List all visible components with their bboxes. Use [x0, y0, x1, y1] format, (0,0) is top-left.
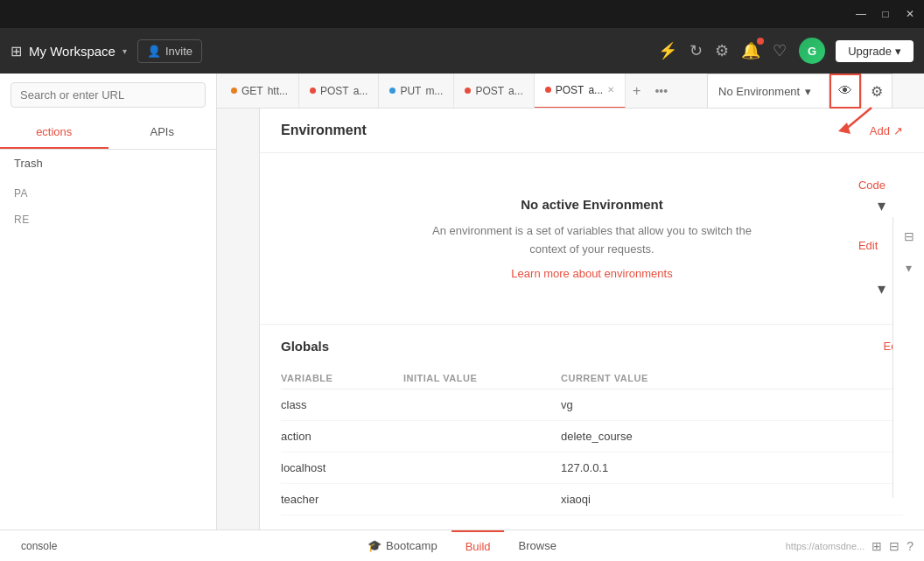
upgrade-chevron-icon: ▾ [895, 45, 901, 58]
sync-icon[interactable]: ↻ [690, 41, 703, 60]
cell-initial [403, 421, 561, 452]
sidebar-section-re: Re [0, 203, 216, 229]
env-chevron-icon: ▾ [805, 85, 811, 98]
cell-variable: localhost [281, 452, 403, 484]
bottom-grid-icon[interactable]: ⊞ [872, 539, 882, 553]
table-row: localhost 127.0.0.1 [281, 452, 903, 484]
bootcamp-label: Bootcamp [386, 539, 438, 552]
tab-url-1: htt... [268, 85, 288, 97]
tab-dot-5 [545, 87, 551, 93]
sidebar: ections APIs Trash Pa Re [0, 74, 217, 529]
tab-5[interactable]: POST a... ✕ [535, 74, 626, 109]
tab-url-4: a... [508, 85, 523, 97]
table-row: class vg [281, 389, 903, 421]
env-select[interactable]: No Environment ▾ [707, 74, 830, 109]
bootcamp-icon: 🎓 [368, 539, 382, 552]
right-dropdown-chevron[interactable]: ▾ [878, 197, 886, 214]
bottom-bar: console 🎓 Bootcamp Build Browse https://… [0, 529, 924, 561]
code-link[interactable]: Code [858, 179, 886, 192]
red-arrow-indicator [828, 103, 863, 130]
tab-dot-2 [310, 88, 316, 94]
tab-add-button[interactable]: + [626, 83, 648, 99]
bottom-layout-icon[interactable]: ⊟ [889, 539, 900, 553]
notification-badge [757, 38, 764, 45]
bottom-right-icons: https://atomsdne... ⊞ ⊟ ? [786, 539, 914, 553]
right-panel-dropdown-icon[interactable]: ▾ [897, 256, 921, 280]
sidebar-tab-collections[interactable]: ections [0, 116, 108, 149]
cell-initial [403, 452, 561, 484]
cell-current: 127.0.0.1 [561, 452, 903, 484]
upgrade-button[interactable]: Upgrade ▾ [836, 40, 914, 62]
tab-dot-4 [465, 88, 471, 94]
globals-title: Globals [281, 339, 329, 354]
workspace-selector[interactable]: ⊞ My Workspace ▾ [10, 43, 127, 60]
bottom-center-tabs: 🎓 Bootcamp Build Browse [354, 530, 570, 561]
sidebar-item-trash[interactable]: Trash [0, 150, 216, 177]
tab-method-4: POST [475, 85, 504, 97]
table-row: action delete_course [281, 421, 903, 452]
minimize-button[interactable]: — [854, 7, 868, 21]
bottom-tab-browse[interactable]: Browse [505, 530, 570, 561]
sidebar-tab-apis[interactable]: APIs [108, 116, 217, 149]
header: ⊞ My Workspace ▾ 👤 Invite ⚡ ↻ ⚙ 🔔 ♡ G Up… [0, 28, 924, 74]
title-bar: — □ ✕ [0, 0, 924, 28]
tab-method-1: GET [242, 85, 263, 97]
bottom-tab-build[interactable]: Build [452, 530, 505, 561]
svg-line-0 [845, 108, 872, 130]
settings-env-icon: ⚙ [871, 83, 883, 100]
intercept-icon[interactable]: ⚡ [658, 41, 677, 60]
sidebar-section-pa: Pa [0, 177, 216, 203]
svg-marker-1 [838, 123, 850, 134]
tab-method-3: PUT [400, 85, 421, 97]
notification-icon[interactable]: 🔔 [741, 41, 760, 60]
right-panel: ⊟ ▾ [892, 217, 924, 498]
cell-variable: teacher [281, 484, 403, 515]
header-icons: ⚡ ↻ ⚙ 🔔 ♡ G [658, 38, 825, 64]
heart-icon[interactable]: ♡ [773, 41, 787, 60]
col-header-current: CURRENT VALUE [561, 368, 903, 389]
env-panel: Environment Add ↗ No active Environment … [259, 109, 924, 529]
settings-icon[interactable]: ⚙ [715, 41, 729, 60]
search-input[interactable] [10, 82, 206, 108]
bottom-url: https://atomsdne... [786, 541, 865, 551]
tab-url-2: a... [354, 85, 368, 97]
env-panel-header: Environment Add ↗ [260, 109, 924, 153]
maximize-button[interactable]: □ [878, 7, 892, 21]
tab-url-5: a... [588, 84, 603, 96]
eye-icon: 👁 [838, 83, 852, 99]
env-empty-desc: An environment is a set of variables tha… [432, 222, 752, 259]
tab-url-3: m... [425, 85, 443, 97]
col-header-variable: VARIABLE [281, 368, 403, 389]
tab-close-5[interactable]: ✕ [607, 85, 614, 95]
env-panel-title: Environment [281, 123, 367, 138]
edit-link[interactable]: Edit [858, 239, 886, 252]
tab-1[interactable]: GET htt... [220, 74, 299, 109]
invite-label: Invite [165, 45, 192, 58]
tab-4[interactable]: POST a... [454, 74, 534, 109]
env-empty-title: No active Environment [521, 197, 663, 212]
add-arrow-icon: ↗ [893, 124, 903, 137]
tab-3[interactable]: PUT m... [379, 74, 454, 109]
cell-current: delete_course [561, 421, 903, 452]
tab-2[interactable]: POST a... [299, 74, 379, 109]
tab-method-2: POST [320, 85, 349, 97]
close-button[interactable]: ✕ [903, 7, 917, 21]
console-button[interactable]: console [10, 540, 67, 552]
sidebar-search-area [0, 74, 216, 116]
avatar[interactable]: G [799, 38, 825, 64]
workspace-name: My Workspace [29, 44, 116, 59]
learn-more-link[interactable]: Learn more about environments [511, 267, 672, 280]
tab-dot-1 [231, 88, 237, 94]
invite-button[interactable]: 👤 Invite [137, 39, 202, 63]
bottom-help-icon[interactable]: ? [906, 539, 914, 553]
bottom-tab-bootcamp[interactable]: 🎓 Bootcamp [354, 530, 452, 561]
sidebar-tabs: ections APIs [0, 116, 216, 150]
cell-initial [403, 389, 561, 421]
main-content: ⊟ ▾ Code Edit ▾ ▾ Environment Add ↗ No a… [217, 109, 924, 529]
cell-current: xiaoqi [561, 484, 903, 515]
tab-more-button[interactable]: ••• [648, 84, 675, 98]
workspace-icon: ⊞ [10, 43, 22, 60]
globals-header: Globals Edit [281, 339, 903, 354]
right-dropdown-chevron2[interactable]: ▾ [878, 280, 886, 298]
right-panel-grid-icon[interactable]: ⊟ [897, 224, 921, 249]
